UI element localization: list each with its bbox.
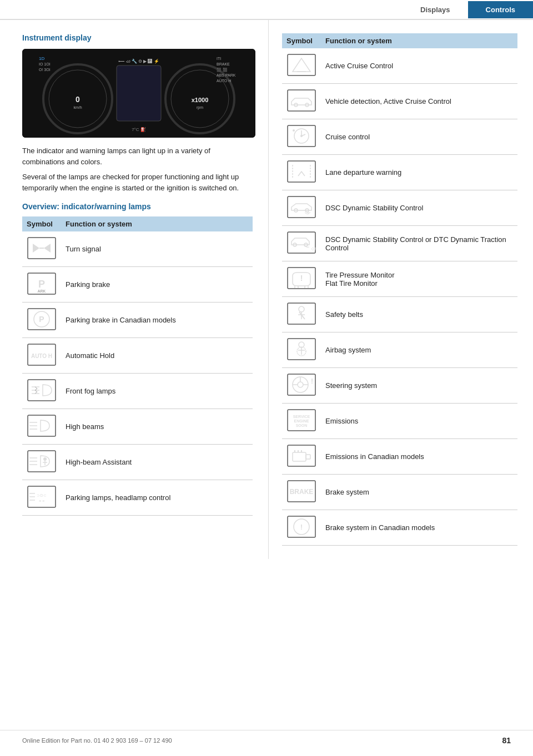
- table-row: Turn signal: [22, 231, 253, 267]
- svg-point-93: [298, 382, 303, 387]
- section-title-instrument: Instrument display: [22, 33, 253, 42]
- function-cell: Parking brake in Canadian models: [61, 303, 253, 338]
- svg-text:x1000: x1000: [192, 97, 209, 103]
- svg-text:!: !: [300, 274, 303, 283]
- function-cell: DSC Dynamic Stability Control: [321, 190, 517, 226]
- svg-point-63: [300, 135, 303, 137]
- table-row: P Parking brake in Canadian models: [22, 303, 253, 338]
- desc-text-2: Several of the lamps are checked for pro…: [22, 172, 253, 193]
- footer-text: Online Edition for Part no. 01 40 2 903 …: [22, 737, 172, 744]
- table-row: ! Brake system in Canadian models: [282, 510, 517, 546]
- svg-text:AUTO H: AUTO H: [31, 353, 52, 359]
- tab-displays[interactable]: Displays: [403, 1, 467, 18]
- symbol-cell: [282, 84, 321, 119]
- function-cell: Active Cruise Control: [321, 48, 517, 84]
- top-navigation: Displays Controls: [0, 0, 533, 20]
- table-row: ! Tire Pressure Monitor Flat Tire Monito…: [282, 261, 517, 297]
- function-cell: Vehicle detection, Active Cruise Control: [321, 84, 517, 119]
- footer: Online Edition for Part no. 01 40 2 903 …: [0, 730, 533, 745]
- svg-text:ITI: ITI: [217, 57, 221, 61]
- symbol-cell: [282, 439, 321, 475]
- svg-text:≡ ≡: ≡ ≡: [39, 499, 44, 503]
- svg-text:SERVICE: SERVICE: [293, 415, 310, 419]
- page-number: 81: [502, 736, 511, 745]
- right-symbol-table: Symbol Function or system Active Cruise …: [282, 33, 517, 546]
- svg-rect-103: [293, 452, 306, 461]
- symbol-cell: [282, 297, 321, 332]
- table-row: High-beam Assistant: [22, 445, 253, 480]
- function-cell: Tire Pressure Monitor Flat Tire Monitor: [321, 261, 517, 297]
- svg-text:⬛ ⬛: ⬛ ⬛: [217, 67, 228, 72]
- svg-text:ABS  PARK: ABS PARK: [217, 73, 236, 77]
- svg-text:IO  1OI: IO 1OI: [39, 62, 51, 66]
- symbol-cell: P ARK: [22, 267, 61, 303]
- svg-rect-102: [288, 445, 315, 466]
- svg-point-64: [293, 129, 295, 132]
- tab-controls[interactable]: Controls: [468, 1, 533, 18]
- svg-rect-5: [117, 65, 161, 121]
- table-row: BRAKE Brake system: [282, 475, 517, 510]
- svg-text:P: P: [38, 279, 45, 290]
- svg-rect-104: [306, 455, 310, 459]
- table-row: DSC Dynamic Stability Control: [282, 190, 517, 226]
- svg-text:ARK: ARK: [38, 289, 46, 293]
- svg-marker-21: [33, 244, 39, 253]
- table-row: Vehicle detection, Active Cruise Control: [282, 84, 517, 119]
- svg-text:AUTO H: AUTO H: [217, 79, 231, 83]
- table-row: ! Steering system: [282, 368, 517, 404]
- symbol-cell: P: [22, 303, 61, 338]
- svg-text:BRAKE: BRAKE: [217, 62, 230, 66]
- symbol-cell: [22, 231, 61, 267]
- table-row: ⊃D⊂ ≡ ≡ Parking lamps, headlamp control: [22, 480, 253, 516]
- symbol-cell: !: [282, 510, 321, 546]
- symbol-cell: OFF: [282, 226, 321, 261]
- right-column: Symbol Function or system Active Cruise …: [269, 20, 533, 559]
- function-cell: Cruise control: [321, 119, 517, 155]
- table-row: Lane departure warning: [282, 155, 517, 190]
- svg-text:7°C  ⛽: 7°C ⛽: [132, 127, 146, 132]
- symbol-cell: AUTO H: [22, 338, 61, 374]
- symbol-cell: !: [282, 261, 321, 297]
- symbol-cell: SERVICE ENGINE SOON: [282, 404, 321, 439]
- symbol-cell: BRAKE: [282, 475, 321, 510]
- symbol-cell: [22, 374, 61, 409]
- function-cell: Steering system: [321, 368, 517, 404]
- symbol-cell: [282, 190, 321, 226]
- svg-text:O!  3OI: O! 3OI: [39, 68, 51, 72]
- table-row: AUTO H Automatic Hold: [22, 338, 253, 374]
- table-row: Active Cruise Control: [282, 48, 517, 84]
- function-cell: High beams: [61, 409, 253, 445]
- function-cell: Front fog lamps: [61, 374, 253, 409]
- svg-text:⟵ 🏎 🔧 ⚙ ▶ 🅿 ⚡: ⟵ 🏎 🔧 ⚙ ▶ 🅿 ⚡: [118, 58, 159, 64]
- symbol-cell: [22, 409, 61, 445]
- svg-text:1D: 1D: [39, 56, 44, 61]
- desc-text-1: The indicator and warning lamps can ligh…: [22, 145, 253, 167]
- svg-marker-22: [44, 244, 51, 253]
- function-cell: Brake system: [321, 475, 517, 510]
- function-cell: Safety belts: [321, 297, 517, 332]
- left-col-header-function: Function or system: [61, 216, 253, 231]
- symbol-cell: [282, 155, 321, 190]
- svg-point-44: [43, 457, 47, 461]
- symbol-cell: [282, 332, 321, 368]
- symbol-cell: [282, 48, 321, 84]
- function-cell: Emissions: [321, 404, 517, 439]
- svg-text:rpm: rpm: [197, 105, 203, 110]
- left-symbol-table: Symbol Function or system Turn signal P …: [22, 216, 253, 516]
- right-col-header-function: Function or system: [321, 33, 517, 48]
- svg-text:SOON: SOON: [296, 424, 308, 427]
- table-row: Front fog lamps: [22, 374, 253, 409]
- left-col-header-symbol: Symbol: [22, 216, 61, 231]
- table-row: P ARK Parking brake: [22, 267, 253, 303]
- svg-text:BRAKE: BRAKE: [290, 488, 314, 496]
- function-cell: High-beam Assistant: [61, 445, 253, 480]
- function-cell: Lane departure warning: [321, 155, 517, 190]
- svg-text:OFF: OFF: [311, 247, 316, 251]
- svg-text:!: !: [311, 377, 313, 385]
- right-col-header-symbol: Symbol: [282, 33, 321, 48]
- function-cell: DSC Dynamic Stability Control or DTC Dyn…: [321, 226, 517, 261]
- symbol-cell: !: [282, 368, 321, 404]
- table-row: OFF DSC Dynamic Stability Control or DTC…: [282, 226, 517, 261]
- svg-text:!: !: [300, 523, 303, 531]
- table-row: Safety belts: [282, 297, 517, 332]
